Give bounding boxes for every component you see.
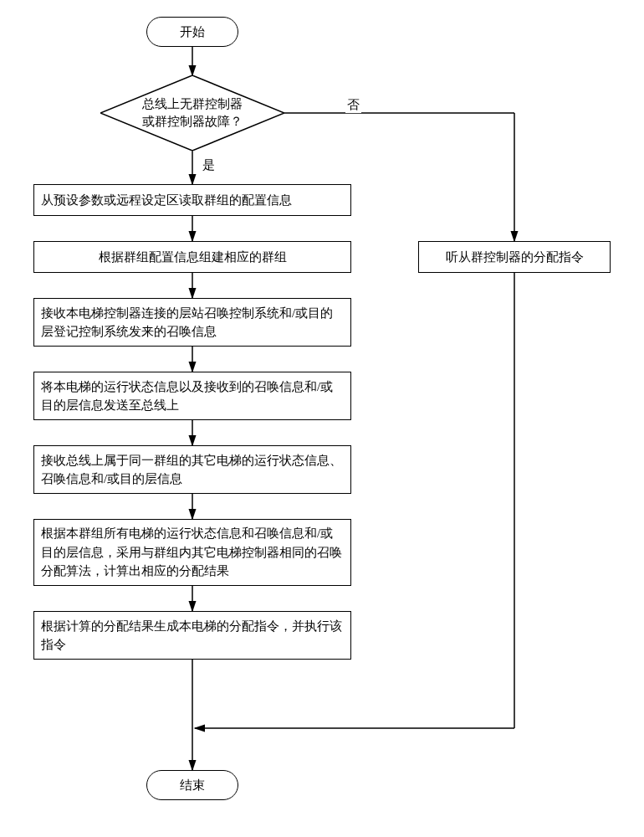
process-s2-text: 根据群组配置信息组建相应的群组 (99, 248, 287, 267)
no-label: 否 (345, 97, 361, 113)
process-s4-text: 将本电梯的运行状态信息以及接收到的召唤信息和/或目的层信息发送至总线上 (41, 377, 344, 415)
process-s6: 根据本群组所有电梯的运行状态信息和召唤信息和/或目的层信息，采用与群组内其它电梯… (33, 519, 351, 586)
process-s3-text: 接收本电梯控制器连接的层站召唤控制系统和/或目的层登记控制系统发来的召唤信息 (41, 304, 344, 341)
process-s7: 根据计算的分配结果生成本电梯的分配指令，并执行该指令 (33, 611, 351, 660)
end-label: 结束 (180, 776, 205, 795)
start-terminator: 开始 (146, 17, 238, 47)
process-s3: 接收本电梯控制器连接的层站召唤控制系统和/或目的层登记控制系统发来的召唤信息 (33, 298, 351, 347)
start-label: 开始 (180, 23, 205, 42)
process-s6-text: 根据本群组所有电梯的运行状态信息和召唤信息和/或目的层信息，采用与群组内其它电梯… (41, 524, 344, 581)
yes-label: 是 (201, 157, 217, 173)
decision: 总线上无群控制器 或群控制器故障？ (100, 75, 284, 151)
process-s2: 根据群组配置信息组建相应的群组 (33, 241, 351, 273)
process-right: 听从群控制器的分配指令 (418, 241, 611, 273)
decision-text: 总线上无群控制器 或群控制器故障？ (100, 75, 284, 151)
process-s1: 从预设参数或远程设定区读取群组的配置信息 (33, 184, 351, 216)
process-right-text: 听从群控制器的分配指令 (446, 248, 584, 267)
end-terminator: 结束 (146, 770, 238, 800)
process-s7-text: 根据计算的分配结果生成本电梯的分配指令，并执行该指令 (41, 617, 344, 655)
flowchart: 开始 总线上无群控制器 或群控制器故障？ 否 是 从预设参数或远程设定区读取群组… (17, 17, 627, 820)
process-s5-text: 接收总线上属于同一群组的其它电梯的运行状态信息、召唤信息和/或目的层信息 (41, 451, 344, 489)
process-s5: 接收总线上属于同一群组的其它电梯的运行状态信息、召唤信息和/或目的层信息 (33, 445, 351, 494)
process-s4: 将本电梯的运行状态信息以及接收到的召唤信息和/或目的层信息发送至总线上 (33, 372, 351, 420)
process-s1-text: 从预设参数或远程设定区读取群组的配置信息 (41, 191, 292, 210)
